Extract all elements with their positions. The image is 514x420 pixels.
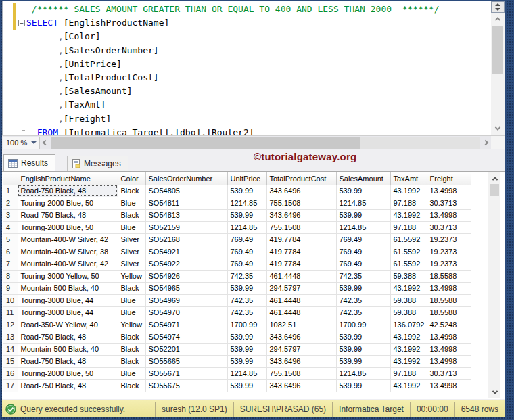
grid-cell[interactable]: 1214.85 xyxy=(227,221,266,233)
grid-cell[interactable]: 136.0792 xyxy=(390,319,427,331)
grid-cell[interactable]: 539.99 xyxy=(227,209,266,221)
grid-cell[interactable]: 343.6496 xyxy=(266,331,336,343)
grid-cell[interactable]: 343.6496 xyxy=(266,185,336,197)
grid-cell[interactable]: 539.99 xyxy=(336,185,390,197)
code-line[interactable]: SELECT [EnglishProductName] xyxy=(26,16,491,30)
column-header[interactable]: TaxAmt xyxy=(390,172,427,185)
grid-cell[interactable]: SO54965 xyxy=(145,282,227,294)
tab-results[interactable]: Results xyxy=(3,154,55,171)
grid-cell[interactable]: SO54971 xyxy=(145,319,227,331)
editor-scroll-up-button[interactable] xyxy=(491,14,505,24)
grid-cell[interactable]: Silver xyxy=(118,258,145,270)
grid-scrollbar-thumb[interactable] xyxy=(490,184,499,196)
column-header[interactable]: Color xyxy=(118,172,145,185)
code-line[interactable]: FROM [Informatica Target].[dbo].[Router2… xyxy=(26,126,491,135)
grid-cell[interactable]: Mountain-400-W Silver, 38 xyxy=(18,246,118,258)
column-header[interactable]: SalesOrderNumber xyxy=(145,172,227,185)
grid-cell[interactable]: 61.5592 xyxy=(390,246,427,258)
row-number[interactable]: 5 xyxy=(3,233,18,246)
editor-zoom-dropdown[interactable]: 100 % xyxy=(3,137,40,149)
grid-scroll-up-button[interactable] xyxy=(488,173,502,184)
grid-cell[interactable]: Yellow xyxy=(118,319,145,331)
grid-cell[interactable]: 1700.99 xyxy=(336,319,390,331)
grid-cell[interactable]: SO54811 xyxy=(145,197,227,209)
grid-scroll-down-button[interactable] xyxy=(488,387,502,398)
row-number[interactable]: 8 xyxy=(3,270,18,282)
grid-cell[interactable]: 1082.51 xyxy=(266,319,336,331)
editor-splitter-handle[interactable] xyxy=(491,1,505,13)
grid-cell[interactable]: 43.1992 xyxy=(390,355,427,367)
column-header[interactable]: EnglishProductName xyxy=(18,172,118,185)
grid-cell[interactable]: 294.5797 xyxy=(266,343,336,355)
grid-cell[interactable]: SO52201 xyxy=(145,343,227,355)
grid-cell[interactable]: SO52159 xyxy=(145,221,227,233)
grid-cell[interactable]: Black xyxy=(118,355,145,367)
row-number[interactable]: 6 xyxy=(3,246,18,258)
grid-cell[interactable]: 742.35 xyxy=(336,306,390,319)
grid-cell[interactable]: 19.2373 xyxy=(427,246,471,258)
column-header[interactable]: UnitPrice xyxy=(227,172,266,185)
grid-cell[interactable]: 59.388 xyxy=(390,294,427,306)
grid-cell[interactable]: SO54921 xyxy=(145,246,227,258)
row-number[interactable]: 12 xyxy=(3,319,18,331)
editor-scroll-right-button[interactable] xyxy=(480,137,491,149)
grid-cell[interactable]: 539.99 xyxy=(227,282,266,294)
grid-cell[interactable]: 43.1992 xyxy=(390,379,427,392)
grid-cell[interactable]: 13.4998 xyxy=(427,282,471,294)
grid-cell[interactable]: 755.1508 xyxy=(266,221,336,233)
grid-cell[interactable]: 343.6496 xyxy=(266,355,336,367)
grid-cell[interactable]: Touring-3000 Blue, 44 xyxy=(18,294,118,306)
grid-cell[interactable]: Road-750 Black, 48 xyxy=(18,185,118,197)
grid-cell[interactable]: SO55671 xyxy=(145,367,227,379)
grid-cell[interactable]: 769.49 xyxy=(227,233,266,246)
sql-editor[interactable]: − /****** SALES AMOUNT GREATER THAN OR E… xyxy=(2,1,505,135)
grid-corner-header[interactable] xyxy=(3,172,18,185)
grid-cell[interactable]: 1214.85 xyxy=(227,197,266,209)
grid-cell[interactable]: Mountain-500 Black, 40 xyxy=(18,343,118,355)
row-number[interactable]: 9 xyxy=(3,282,18,294)
grid-cell[interactable]: Mountain-400-W Silver, 42 xyxy=(18,258,118,270)
grid-cell[interactable]: 18.5588 xyxy=(427,306,471,319)
row-number[interactable]: 2 xyxy=(3,197,18,209)
grid-cell[interactable]: Black xyxy=(118,343,145,355)
grid-cell[interactable]: Road-750 Black, 48 xyxy=(18,379,118,392)
row-number[interactable]: 11 xyxy=(3,306,18,319)
grid-cell[interactable]: SO54813 xyxy=(145,209,227,221)
row-number[interactable]: 7 xyxy=(3,258,18,270)
grid-cell[interactable]: 13.4998 xyxy=(427,379,471,392)
grid-cell[interactable]: SO54926 xyxy=(145,270,227,282)
row-number[interactable]: 3 xyxy=(3,209,18,221)
code-fold-collapse-icon[interactable]: − xyxy=(18,20,25,26)
row-number[interactable]: 10 xyxy=(3,294,18,306)
editor-scrollbar-thumb[interactable] xyxy=(492,26,503,74)
grid-cell[interactable]: 769.49 xyxy=(336,258,390,270)
grid-cell[interactable]: 419.7784 xyxy=(266,233,336,246)
grid-cell[interactable]: Yellow xyxy=(118,270,145,282)
grid-cell[interactable]: Black xyxy=(118,331,145,343)
grid-cell[interactable]: 1214.85 xyxy=(336,367,390,379)
grid-cell[interactable]: Touring-2000 Blue, 50 xyxy=(18,197,118,209)
grid-cell[interactable]: Blue xyxy=(118,306,145,319)
row-number[interactable]: 15 xyxy=(3,355,18,367)
grid-cell[interactable]: 539.99 xyxy=(227,331,266,343)
grid-vertical-scrollbar[interactable] xyxy=(488,172,500,398)
grid-cell[interactable]: Black xyxy=(118,185,145,197)
grid-cell[interactable]: 294.5797 xyxy=(266,282,336,294)
code-line[interactable]: /****** SALES AMOUNT GREATER THAN OR EQU… xyxy=(26,3,491,16)
grid-cell[interactable]: SO55675 xyxy=(145,379,227,392)
grid-cell[interactable]: 769.49 xyxy=(336,246,390,258)
grid-cell[interactable]: 97.188 xyxy=(390,367,427,379)
grid-cell[interactable]: 755.1508 xyxy=(266,367,336,379)
grid-cell[interactable]: Mountain-400-W Silver, 42 xyxy=(18,233,118,246)
grid-cell[interactable]: SO54974 xyxy=(145,331,227,343)
grid-cell[interactable]: 97.188 xyxy=(390,197,427,209)
editor-scroll-left-button[interactable] xyxy=(40,137,51,149)
grid-cell[interactable]: 43.1992 xyxy=(390,343,427,355)
grid-cell[interactable]: 97.188 xyxy=(390,221,427,233)
grid-cell[interactable]: 769.49 xyxy=(227,258,266,270)
row-number[interactable]: 1 xyxy=(3,185,18,197)
grid-cell[interactable]: 1214.85 xyxy=(336,197,390,209)
grid-cell[interactable]: 755.1508 xyxy=(266,197,336,209)
grid-cell[interactable]: 42.5248 xyxy=(427,319,471,331)
editor-scroll-down-button[interactable] xyxy=(491,123,505,134)
